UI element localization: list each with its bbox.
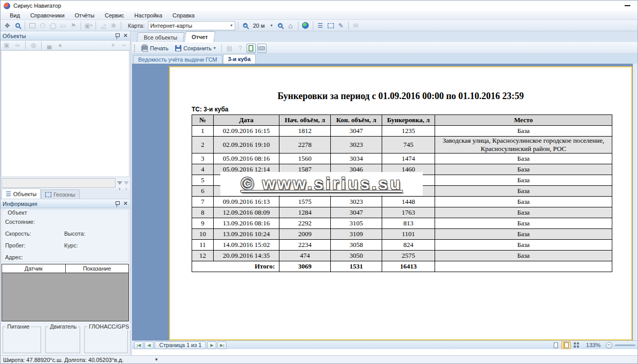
vertical-scrollbar[interactable] bbox=[633, 64, 637, 340]
circle-icon[interactable]: ◯ bbox=[48, 21, 58, 30]
height-label: Высота: bbox=[64, 231, 85, 237]
col-header-date: Дата bbox=[214, 115, 279, 126]
address-label: Адрес: bbox=[5, 254, 64, 260]
zoom-out-icon[interactable]: − bbox=[276, 21, 285, 30]
report-toolbar: Печать Сохранить ▾ ▤ ? bbox=[132, 43, 637, 54]
help-icon[interactable]: ? bbox=[236, 44, 245, 53]
menu-help[interactable]: Справка bbox=[167, 11, 200, 20]
tab-report[interactable]: Отчет bbox=[184, 31, 215, 42]
menu-view[interactable]: Вид bbox=[5, 11, 25, 20]
multi-page-view-button[interactable] bbox=[572, 341, 581, 349]
ruler-icon[interactable]: ◿ bbox=[99, 21, 108, 30]
close-icon[interactable]: ✕ bbox=[123, 200, 128, 207]
page-indicator: Страница 1 из 1 bbox=[155, 341, 206, 349]
minimize-button[interactable] bbox=[620, 2, 634, 9]
chevron-down-icon: ▾ bbox=[270, 23, 272, 28]
remove-icon[interactable]: − bbox=[119, 41, 128, 50]
zoom-out-button[interactable]: − bbox=[606, 342, 612, 349]
geozone-icon bbox=[45, 192, 51, 197]
pin-icon[interactable] bbox=[115, 201, 119, 207]
title-bar: Сириус Навигатор bbox=[1, 1, 637, 11]
prev-page-button[interactable]: ◀ bbox=[144, 341, 154, 349]
table-row: 3 05.09.2016 08:16 1560 3034 1474 База bbox=[192, 154, 612, 164]
filter-icon[interactable] bbox=[117, 181, 122, 185]
single-page-view-button[interactable] bbox=[551, 341, 560, 349]
globe-icon[interactable] bbox=[301, 21, 310, 30]
edit-notes-icon[interactable]: ✎ bbox=[336, 21, 346, 30]
add-icon[interactable]: + bbox=[108, 41, 118, 50]
first-page-button[interactable]: |◀ bbox=[134, 341, 143, 349]
left-panel: Объекты ✕ ▣ ∞ ◍ ▄ ● + − bbox=[1, 31, 130, 355]
add-vehicle-icon[interactable]: ▣ bbox=[2, 41, 11, 50]
report-tab-strip: Ведомость учёта выдачи ГСМ 3-и куба bbox=[132, 54, 637, 64]
close-icon[interactable]: ✕ bbox=[123, 32, 128, 39]
flag-icon[interactable]: ⚑ bbox=[69, 21, 78, 30]
col-header-num: № bbox=[192, 115, 214, 126]
status-bar: Широта: 47.88920°с.ш. Долгота: 40.05203°… bbox=[1, 355, 637, 363]
menu-directories[interactable]: Справочники bbox=[25, 11, 70, 20]
preview-icon[interactable]: ▤ bbox=[225, 44, 234, 53]
engine-group: Двигатель bbox=[45, 327, 80, 353]
tab-gsm-statement[interactable]: Ведомость учёта выдачи ГСМ bbox=[133, 55, 222, 64]
glonass-gps-group: ГЛОНАСС/GPS bbox=[84, 327, 128, 353]
main-toolbar: ✥ ⬠ ◯ ▭ ⚑ ▣▾ ◿ ❃ Карта: Интернет-карты ▾… bbox=[1, 20, 637, 31]
objects-toolbar: ▣ ∞ ◍ ▄ ● + − bbox=[1, 41, 130, 50]
main-panel: Все объекты Отчет Печать Сохранить ▾ ▤ ? bbox=[132, 31, 637, 355]
status-dropdown-icon[interactable]: ▼ bbox=[154, 357, 158, 362]
app-icon bbox=[4, 3, 10, 9]
next-page-button[interactable]: ▶ bbox=[207, 341, 216, 349]
select-area-icon[interactable] bbox=[28, 21, 37, 30]
menu-reports[interactable]: Отчёты bbox=[70, 11, 100, 20]
table-row: 2 02.09.2016 19:10 2278 3023 745 Заводск… bbox=[192, 137, 612, 154]
layers-icon[interactable]: ▣▾ bbox=[84, 21, 93, 30]
print-layout-button[interactable] bbox=[257, 44, 267, 53]
menu-settings[interactable]: Настройка bbox=[129, 11, 167, 20]
polygon-icon[interactable]: ⬠ bbox=[38, 21, 47, 30]
zoom-select-icon[interactable] bbox=[13, 21, 22, 30]
filter-input[interactable] bbox=[2, 178, 116, 188]
printer-icon bbox=[258, 46, 265, 50]
scale-select[interactable]: 20 м ▾ bbox=[251, 21, 275, 30]
content-area: Объекты ✕ ▣ ∞ ◍ ▄ ● + − bbox=[1, 31, 637, 355]
last-page-button[interactable]: ▶| bbox=[217, 341, 227, 349]
page-view-button[interactable] bbox=[247, 44, 256, 53]
speed-label: Скорость: bbox=[5, 231, 64, 237]
geozone-icon[interactable] bbox=[326, 21, 335, 30]
total-bunkering: 16413 bbox=[382, 261, 435, 272]
print-button[interactable]: Печать bbox=[139, 44, 171, 53]
pan-hand-icon[interactable]: ✥ bbox=[3, 21, 12, 30]
app-window: Сириус Навигатор Вид Справочники Отчёты … bbox=[0, 0, 638, 364]
tab-geozones[interactable]: Геозоны bbox=[41, 189, 79, 199]
rectangle-icon[interactable]: ▭ bbox=[59, 21, 68, 30]
mail-icon[interactable]: ✉ bbox=[351, 21, 361, 30]
sphere-icon[interactable]: ● bbox=[55, 41, 65, 50]
tab-all-objects[interactable]: Все объекты bbox=[137, 32, 185, 42]
zoom-in-icon[interactable]: + bbox=[241, 21, 250, 30]
col-header-place: Место bbox=[435, 115, 612, 126]
pin-icon[interactable] bbox=[115, 33, 119, 39]
map-select[interactable]: Интернет-карты ▾ bbox=[148, 21, 235, 30]
globe-small-icon[interactable]: ◍ bbox=[29, 41, 38, 50]
menu-bar: Вид Справочники Отчёты Сервис Настройка … bbox=[1, 11, 637, 20]
watermark: © www.sirius.su bbox=[220, 172, 423, 196]
track-icon[interactable]: ❃ bbox=[109, 21, 118, 30]
fit-width-view-button[interactable] bbox=[561, 341, 571, 349]
zoom-slider[interactable] bbox=[615, 344, 635, 346]
object-group-label: Объект bbox=[6, 209, 28, 216]
chevron-down-icon: ▾ bbox=[230, 23, 232, 28]
table-row: 8 12.09.2016 08:09 1284 3047 1763 База bbox=[192, 207, 612, 218]
link-icon[interactable]: ∞ bbox=[13, 41, 22, 50]
tab-3i-kuba[interactable]: 3-и куба bbox=[223, 54, 256, 64]
col-header-end-volume: Кон. объём, л bbox=[331, 115, 382, 126]
home-icon[interactable]: ⌂ bbox=[286, 21, 295, 30]
filter-clear-icon[interactable] bbox=[124, 181, 129, 185]
bottom-strip bbox=[132, 349, 637, 355]
tab-objects[interactable]: ☰ Объекты bbox=[2, 188, 41, 199]
save-button[interactable]: Сохранить ▾ bbox=[173, 44, 218, 53]
object-tree[interactable] bbox=[1, 50, 129, 177]
main-tab-strip: Все объекты Отчет bbox=[132, 31, 637, 43]
object-list-icon[interactable]: ☰ bbox=[316, 21, 325, 30]
truck-icon[interactable]: ▄ bbox=[45, 41, 54, 50]
menu-service[interactable]: Сервис bbox=[100, 11, 129, 20]
course-label: Курс: bbox=[64, 242, 78, 248]
